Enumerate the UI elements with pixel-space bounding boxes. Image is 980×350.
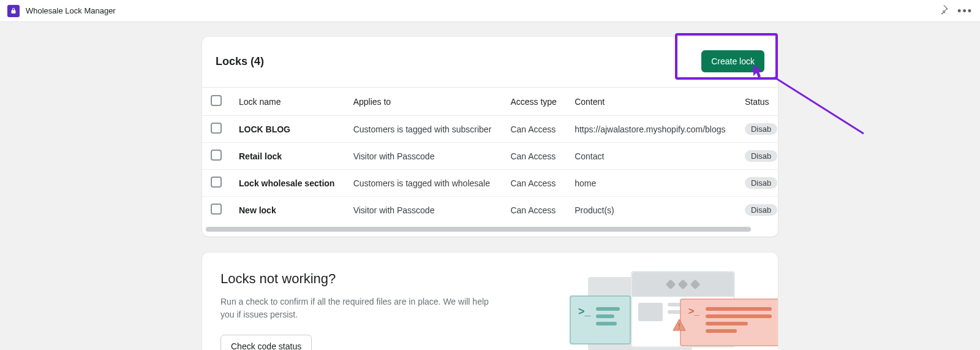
check-code-status-button[interactable]: Check code status <box>221 335 312 350</box>
pin-icon[interactable] <box>939 5 949 17</box>
cell-access: Can Access <box>502 116 566 143</box>
help-title: Locks not working? <box>221 271 490 287</box>
top-bar-right: ••• <box>939 5 973 17</box>
locks-card-header: Locks (4) Create lock <box>202 37 778 87</box>
row-checkbox[interactable] <box>211 150 222 161</box>
col-status: Status <box>736 88 778 116</box>
app-lock-icon <box>7 5 20 17</box>
col-lock-name: Lock name <box>230 88 345 116</box>
top-bar: Wholesale Lock Manager ••• <box>0 0 980 22</box>
create-lock-button[interactable]: Create lock <box>701 50 764 72</box>
select-all-cell <box>202 88 230 116</box>
cell-access: Can Access <box>502 170 566 197</box>
top-bar-left: Wholesale Lock Manager <box>7 5 116 17</box>
more-icon[interactable]: ••• <box>957 6 973 17</box>
row-checkbox[interactable] <box>211 204 222 215</box>
col-content: Content <box>566 88 736 116</box>
col-access-type: Access type <box>502 88 566 116</box>
page-content: Locks (4) Create lock Lock name Applies … <box>0 22 980 350</box>
help-text: Run a check to confirm if all the requir… <box>221 295 490 321</box>
table-row[interactable]: LOCK BLOG Customers is tagged with subsc… <box>202 116 778 143</box>
cell-applies: Customers is tagged with wholesale <box>345 170 502 197</box>
horizontal-scrollbar[interactable] <box>206 227 751 232</box>
table-header-row: Lock name Applies to Access type Content… <box>202 88 778 116</box>
locks-card: Locks (4) Create lock Lock name Applies … <box>202 37 778 237</box>
status-badge: Disab <box>745 204 777 216</box>
cell-content: home <box>566 170 736 197</box>
cell-content: Contact <box>566 143 736 170</box>
table-row[interactable]: Lock wholesale section Customers is tagg… <box>202 170 778 197</box>
locks-table: Lock name Applies to Access type Content… <box>202 87 778 223</box>
table-row[interactable]: New lock Visitor with Passcode Can Acces… <box>202 197 778 224</box>
cell-lock-name: Retail lock <box>230 143 345 170</box>
cell-lock-name: LOCK BLOG <box>230 116 345 143</box>
col-applies-to: Applies to <box>345 88 502 116</box>
cell-content: Product(s) <box>566 197 736 224</box>
cell-applies: Visitor with Passcode <box>345 143 502 170</box>
cell-lock-name: New lock <box>230 197 345 224</box>
table-row[interactable]: Retail lock Visitor with Passcode Can Ac… <box>202 143 778 170</box>
locks-table-wrap: Lock name Applies to Access type Content… <box>202 87 778 237</box>
status-badge: Disab <box>745 150 777 162</box>
locks-title: Locks (4) <box>216 55 264 68</box>
status-badge: Disab <box>745 177 777 189</box>
cell-content: https://ajwalastore.myshopify.com/blogs <box>566 116 736 143</box>
svg-rect-0 <box>679 323 680 326</box>
status-badge: Disab <box>745 123 777 135</box>
cell-lock-name: Lock wholesale section <box>230 170 345 197</box>
row-checkbox[interactable] <box>211 177 222 188</box>
app-title: Wholesale Lock Manager <box>26 6 116 15</box>
svg-rect-1 <box>679 328 680 329</box>
cell-applies: Visitor with Passcode <box>345 197 502 224</box>
help-left: Locks not working? Run a check to confir… <box>221 271 490 350</box>
help-card: Locks not working? Run a check to confir… <box>202 253 778 350</box>
cell-applies: Customers is tagged with subscriber <box>345 116 502 143</box>
help-illustration: >_ >_ <box>521 271 760 350</box>
cell-access: Can Access <box>502 197 566 224</box>
select-all-checkbox[interactable] <box>211 95 222 106</box>
row-checkbox[interactable] <box>211 123 222 134</box>
cell-access: Can Access <box>502 143 566 170</box>
